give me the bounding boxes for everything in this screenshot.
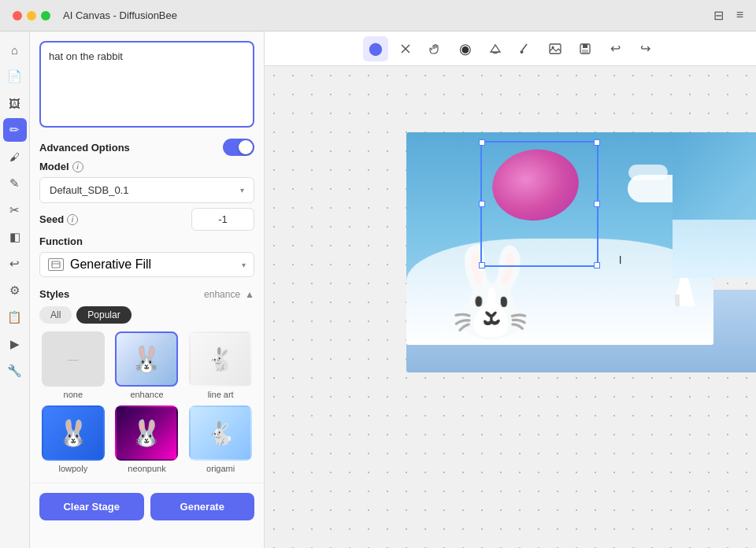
sidebar-item-edit[interactable]: ✎ (3, 172, 27, 195)
selection-handle-br[interactable] (594, 262, 600, 268)
canvas-main-image[interactable]: 🐰 | (406, 132, 713, 345)
clear-stage-button[interactable]: Clear Stage (39, 493, 144, 520)
model-info-icon: i (72, 161, 83, 172)
tool-fill[interactable] (483, 36, 508, 61)
icon-sidebar: ⌂ 📄 🖼 ✏ 🖌 ✎ ✂ ◧ ↩ ⚙ 📋 ▶ 🔧 (0, 31, 30, 548)
function-dropdown[interactable]: Generative Fill ▾ (39, 252, 254, 277)
svg-rect-6 (550, 44, 561, 54)
scene-tree-trunk (675, 294, 680, 306)
svg-rect-9 (583, 44, 587, 48)
style-item-enhance[interactable]: enhance (113, 331, 181, 399)
left-panel: hat on the rabbit Advanced Options Model… (30, 31, 265, 483)
generate-button[interactable]: Generate (150, 493, 255, 520)
style-item-lineart[interactable]: line art (187, 331, 254, 399)
selection-handle-ml[interactable] (479, 201, 485, 207)
style-thumb-enhance (115, 331, 178, 387)
traffic-lights (13, 11, 50, 20)
style-name-origami: origami (206, 464, 235, 473)
selection-handle-mr[interactable] (594, 201, 600, 207)
function-label: Function (39, 235, 254, 247)
selection-handle-tr[interactable] (594, 139, 600, 146)
style-thumb-neonpunk (115, 405, 178, 461)
style-thumb-origami (189, 405, 252, 461)
window-icon[interactable]: ⊟ (713, 8, 724, 23)
seed-row: Seed i -1 (39, 208, 254, 231)
advanced-options-toggle[interactable] (223, 139, 254, 156)
sidebar-item-canvas[interactable]: ✏ (3, 118, 27, 142)
style-tabs: All Popular (39, 306, 254, 324)
titlebar: AI Canvas - DiffusionBee ⊟ ≡ (0, 0, 756, 31)
sidebar-item-settings[interactable]: ⚙ (3, 279, 27, 302)
tool-undo[interactable]: ↩ (602, 36, 628, 61)
style-item-none[interactable]: — none (39, 331, 107, 399)
chevron-up-icon[interactable]: ▲ (245, 289, 254, 300)
tool-redo[interactable]: ↪ (632, 36, 658, 61)
advanced-options-label: Advanced Options (39, 142, 130, 154)
canvas-extended-right (673, 132, 756, 278)
sidebar-item-video[interactable]: ▶ (3, 332, 27, 356)
style-thumb-lineart (189, 331, 252, 387)
canvas-area: ⬤ ◉ (265, 31, 756, 548)
function-icon (48, 258, 64, 271)
tool-hand[interactable] (423, 36, 448, 61)
style-name-lineart: line art (208, 390, 234, 399)
sidebar-item-layers[interactable]: ◧ (3, 225, 27, 249)
style-thumb-none: — (42, 331, 105, 387)
fullscreen-button[interactable] (41, 11, 50, 20)
tool-brush[interactable] (513, 36, 538, 61)
model-dropdown[interactable]: Default_SDB_0.1 ▾ (39, 177, 254, 203)
close-button[interactable] (13, 11, 22, 20)
chevron-down-icon: ▾ (242, 261, 246, 269)
prompt-input[interactable]: hat on the rabbit (39, 41, 254, 128)
titlebar-icons: ⊟ ≡ (713, 8, 743, 23)
model-label: Model i (39, 161, 254, 172)
tool-move-selection[interactable] (393, 36, 418, 61)
bottom-buttons: Clear Stage Generate (30, 483, 264, 530)
advanced-options-row: Advanced Options (39, 139, 254, 156)
style-item-neonpunk[interactable]: neonpunk (113, 405, 181, 473)
selection-handle-tl[interactable] (479, 139, 485, 146)
function-value: Generative Fill (70, 257, 151, 272)
chevron-down-icon: ▾ (240, 186, 244, 194)
style-name-enhance: enhance (130, 390, 163, 399)
svg-rect-10 (582, 50, 588, 53)
model-value: Default_SDB_0.1 (50, 184, 128, 196)
tool-save[interactable] (573, 36, 598, 61)
style-name-lowpoly: lowpoly (58, 464, 87, 473)
styles-label: Styles (39, 288, 69, 300)
style-name-neonpunk: neonpunk (128, 464, 165, 473)
sidebar-item-transform[interactable]: ✂ (3, 198, 27, 222)
sidebar-item-history[interactable]: ↩ (3, 252, 27, 276)
minimize-button[interactable] (27, 11, 36, 20)
style-item-origami[interactable]: origami (187, 405, 254, 473)
style-item-lowpoly[interactable]: lowpoly (39, 405, 107, 473)
sidebar-item-tools[interactable]: 🔧 (3, 359, 27, 383)
svg-point-5 (521, 50, 524, 54)
svg-rect-0 (52, 261, 60, 268)
sidebar-item-brush[interactable]: 🖌 (3, 145, 27, 168)
sidebar-item-images[interactable]: 🖼 (3, 91, 27, 115)
sidebar-item-document[interactable]: 📋 (3, 305, 27, 329)
style-name-none: none (64, 390, 83, 399)
tab-all[interactable]: All (39, 306, 72, 324)
menu-icon[interactable]: ≡ (736, 8, 743, 23)
canvas-content[interactable]: 🐰 | (265, 66, 756, 548)
app-title: AI Canvas - DiffusionBee (63, 9, 713, 21)
seed-info-icon: i (67, 214, 78, 225)
sidebar-item-home[interactable]: ⌂ (3, 38, 27, 61)
tool-mask[interactable]: ◉ (453, 36, 478, 61)
seed-label: Seed i (39, 213, 78, 225)
tool-select[interactable]: ⬤ (363, 36, 388, 61)
cursor-indicator: | (619, 255, 621, 264)
sidebar-item-file[interactable]: 📄 (3, 65, 27, 88)
svg-line-4 (522, 44, 527, 50)
selection-handle-bl[interactable] (479, 262, 485, 268)
tool-image[interactable] (543, 36, 568, 61)
style-grid: — none enhance line art lowpoly (39, 331, 254, 473)
styles-selected-value: enhance (204, 289, 240, 300)
canvas-selection-box[interactable] (480, 141, 598, 267)
tab-popular[interactable]: Popular (76, 306, 131, 324)
scene-cloud-2 (628, 165, 668, 180)
style-thumb-lowpoly (42, 405, 105, 461)
seed-input[interactable]: -1 (191, 208, 254, 231)
